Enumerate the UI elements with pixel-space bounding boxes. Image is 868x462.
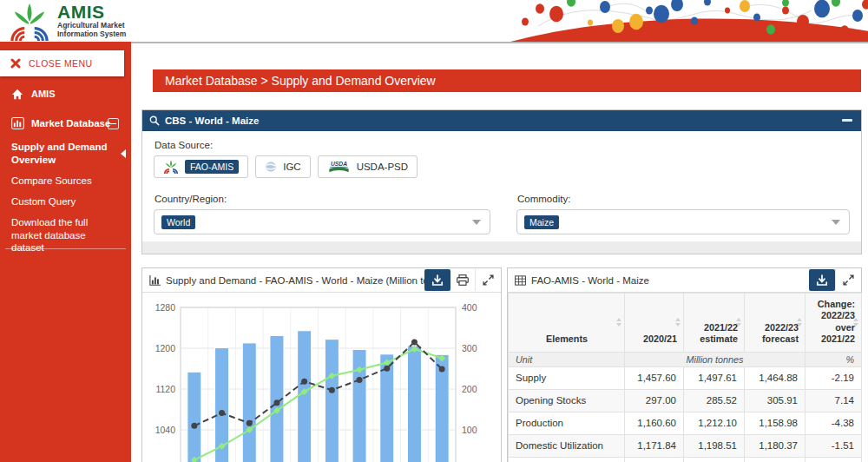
chart-download-button[interactable] [424, 269, 450, 291]
printer-icon [457, 274, 469, 286]
filter-panel: CBS - World - Maize Data Source: FAO-AMI… [141, 109, 862, 254]
decor-blob [588, 20, 593, 26]
sort-icon [853, 318, 858, 327]
element-cell: Production [509, 412, 625, 434]
expand-icon [843, 274, 854, 286]
column-header-1[interactable]: 2020/21 [625, 294, 684, 353]
decor-blob [646, 6, 653, 14]
sidebar-section-market-database[interactable]: Market Database [0, 113, 131, 134]
circle-marker [384, 366, 390, 372]
decor-blob [797, 15, 809, 29]
value-cell: -4.38 [806, 412, 862, 434]
table-row-supply: Supply1,457.601,497.611,464.88-2.19 [509, 366, 862, 389]
chart-panel-title: Supply and Demand - FAO-AMIS - World - M… [166, 275, 453, 286]
value-cell: 1,158.98 [745, 412, 806, 434]
sidebar-item-label: Compare Sources [11, 175, 92, 186]
sidebar-item-amis-label: AMIS [31, 89, 56, 99]
chart-panel-header: Supply and Demand - FAO-AMIS - World - M… [142, 268, 501, 293]
close-menu-button[interactable]: CLOSE MENU [0, 50, 124, 76]
decor-blob [629, 14, 643, 30]
chart-bar [242, 343, 256, 462]
decor-blob [549, 6, 563, 22]
amis-logo-icon [163, 160, 179, 174]
table-panel-title: FAO-AMIS - World - Maize [531, 275, 649, 286]
value-cell: 7.14 [806, 389, 862, 412]
bar-chart-icon [11, 117, 24, 129]
data-source-igc-button[interactable]: IGC [255, 155, 310, 178]
decor-blob [567, 0, 575, 7]
sidebar-submenu: Supply and Demand OverviewCompare Source… [11, 141, 128, 262]
chevron-down-icon [832, 220, 840, 225]
country-selected-badge: World [161, 215, 195, 229]
value-cell: 1,464.88 [745, 366, 806, 389]
left-axis-tick: 1280 [155, 302, 176, 313]
unit-label: Unit [509, 352, 625, 366]
left-axis-tick: 1120 [155, 384, 175, 394]
sidebar-item-1[interactable]: Compare Sources [11, 175, 128, 188]
sidebar-item-2[interactable]: Custom Query [11, 195, 128, 208]
amis-logo[interactable]: AMIS Agricultural Market Information Sys… [7, 3, 126, 41]
column-header-0[interactable]: Elements [509, 294, 625, 353]
circle-marker [329, 387, 335, 393]
value-cell: -1.51 [806, 434, 862, 457]
chart-icon [149, 275, 161, 286]
data-source-usda-psd-button[interactable]: USDAUSDA-PSD [318, 155, 418, 178]
country-label: Country/Region: [155, 194, 490, 204]
right-axis-tick: 400 [462, 302, 477, 313]
close-menu-label: CLOSE MENU [29, 58, 92, 69]
right-axis-tick: 100 [462, 425, 477, 435]
value-cell: 1,180.37 [745, 434, 806, 457]
decor-blob [766, 24, 775, 35]
sort-icon [797, 318, 802, 327]
banner-decoration [469, 0, 868, 42]
search-icon [149, 116, 160, 126]
sidebar-item-label: Custom Query [11, 196, 76, 207]
decor-blob [522, 17, 529, 25]
data-source-fao-amis-button[interactable]: FAO-AMIS [154, 155, 248, 178]
usda-logo-icon: USDA [327, 160, 351, 174]
value-cell: 297.00 [625, 389, 684, 412]
collapse-section-icon[interactable] [108, 118, 119, 129]
right-axis-tick: 300 [462, 343, 477, 353]
circle-marker [411, 339, 418, 345]
decor-blob [704, 0, 711, 6]
decor-blob [832, 0, 840, 7]
circle-marker [439, 366, 445, 373]
table-download-button[interactable] [809, 269, 835, 291]
unit-value: Million tonnes [625, 352, 806, 366]
left-axis-tick: 1200 [155, 343, 176, 353]
chart-bar [407, 346, 421, 462]
table-panel: FAO-AMIS - World - Maize Elements2020/21… [507, 267, 862, 462]
element-cell: Food Use [509, 457, 625, 462]
element-cell: Domestic Utilization [509, 434, 625, 457]
table-expand-button[interactable] [835, 269, 860, 291]
chart-bar [298, 331, 312, 462]
chart-bar [187, 372, 201, 462]
column-header-2[interactable]: 2021/22 estimate [684, 294, 745, 353]
svg-text:USDA: USDA [331, 161, 347, 167]
sidebar-item-amis[interactable]: AMIS [0, 83, 131, 104]
value-cell: 147.05 [745, 457, 806, 462]
logo-title: AMIS [57, 3, 126, 22]
value-cell: 1,171.84 [625, 434, 684, 457]
chart-expand-button[interactable] [475, 269, 500, 291]
active-item-arrow-icon [121, 149, 126, 158]
table-row-domestic-utilization: Domestic Utilization1,171.841,198.511,18… [509, 434, 862, 457]
decor-blob [600, 1, 610, 13]
country-select[interactable]: World [154, 209, 490, 234]
column-header-4[interactable]: Change: 2022/23 over 2021/22 [806, 294, 862, 353]
collapse-panel-button[interactable] [838, 116, 854, 126]
decor-blob [814, 0, 830, 17]
commodity-select[interactable]: Maize [516, 209, 850, 234]
amis-logo-icon [7, 3, 52, 41]
decor-blob [782, 0, 789, 7]
circle-marker [219, 410, 225, 416]
unit-row: UnitMillion tonnes% [509, 352, 862, 366]
decor-blob [840, 25, 849, 36]
value-cell: 1,160.60 [625, 412, 684, 434]
chart-print-button[interactable] [450, 269, 475, 291]
column-header-3[interactable]: 2022/23 forecast [745, 294, 806, 353]
decor-blob [691, 16, 698, 24]
change-unit-value: % [806, 352, 862, 366]
sidebar-item-0[interactable]: Supply and Demand Overview [11, 141, 128, 166]
